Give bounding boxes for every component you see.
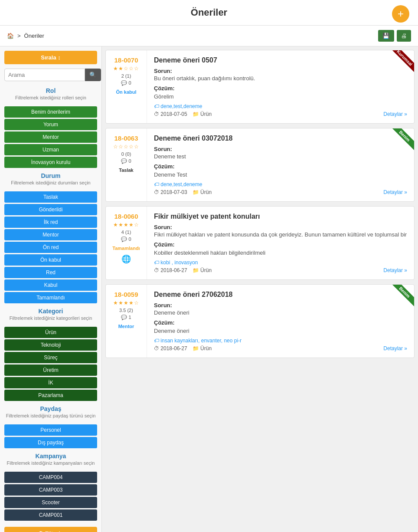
filter-btn-camp001[interactable]: CAMP001 [4,509,97,521]
filter-btn-camp003[interactable]: CAMP003 [4,484,97,496]
status-2: Taslak [119,167,133,173]
filter-btn-uretim[interactable]: Üretim [4,365,97,376]
filter-btn-ilk-red[interactable]: İlk red [4,217,97,228]
filter-btn-mentor-d[interactable]: Mentor [4,229,97,240]
rol-title: Rol [4,87,97,94]
card-title-4: Deneme öneri 27062018 [154,291,407,299]
filter-btn-mentor[interactable]: Mentor [4,131,97,143]
rating-3: 4 (1) [121,230,131,235]
save-icon-button[interactable]: 💾 [378,30,394,42]
paydas-title: Paydaş [4,405,97,412]
card-badge-1: Kurumsal [388,50,414,76]
category-4: 📁 Ürün [193,345,212,351]
filter-btn-ik[interactable]: İK [4,377,97,388]
rating-4: 3.5 (2) [119,308,133,313]
page-title: Öneriler [191,7,227,18]
filter-btn-dis-paydas[interactable]: Dış paydaş [4,437,97,448]
filter-btn-surec[interactable]: Süreç [4,352,97,363]
category-1: 📁 Ürün [193,111,212,117]
card-title-2: Deneme öneri 03072018 [154,135,407,142]
solution-text-1: Görelim [154,93,407,100]
kampanya-title: Kampanya [4,453,97,460]
tags-2: 🏷 dene,test,deneme [154,181,407,187]
solution-text-3: Kobiller desteklenmeli hakları bilgilend… [154,250,407,256]
comments-3: 💬 0 [121,236,131,242]
filter-btn-gonderildi[interactable]: Gönderildi [4,204,97,215]
problem-label-2: Sorun: [154,146,407,152]
rating-2: 0 (0) [121,151,131,157]
page-header: Öneriler + [0,0,418,26]
breadcrumb-separator: > [17,33,21,39]
problem-label-3: Sorun: [154,224,407,230]
home-icon: 🏠 [7,33,14,39]
main-content: Kurumsal 18-0070 ★★☆☆☆ 2 (1) 💬 0 Ön kabu… [102,46,418,532]
filter-btn-urun[interactable]: Ürün [4,327,97,338]
filtre-button[interactable]: ⚙ Filtrele [4,527,97,532]
filter-btn-kabul[interactable]: Kabul [4,279,97,291]
filter-btn-tamamlandi[interactable]: Tamamlandı [4,292,97,303]
filter-btn-personel[interactable]: Personel [4,424,97,436]
rol-subtitle: Filtrelemek istediğiniz rolleri seçin [4,95,97,100]
card-right-2: Deneme öneri 03072018 Sorun: Deneme test… [147,128,414,201]
filter-btn-yorum[interactable]: Yorum [4,119,97,130]
card-left-3: 18-0060 ★★★★☆ 4 (1) 💬 0 Tamamlandı 🌐 [106,207,147,279]
breadcrumb-current: Öneriler [24,33,44,39]
card-badge-2: Benim [388,128,414,154]
filter-btn-red[interactable]: Red [4,267,97,278]
details-link-1[interactable]: Detaylar » [383,111,407,117]
card-right-3: Fikir mülkiyet ve patent konuları Sorun:… [147,207,414,279]
problem-label-1: Sorun: [154,68,407,74]
add-button[interactable]: + [392,5,409,23]
rating-1: 2 (1) [121,73,131,79]
card-title-3: Fikir mülkiyet ve patent konuları [154,213,407,220]
globe-3: 🌐 [121,254,131,264]
stars-2: ☆☆☆☆☆ [113,144,139,150]
breadcrumb-actions: 💾 🖨 [378,30,411,42]
print-icon-button[interactable]: 🖨 [397,30,411,42]
search-button[interactable]: 🔍 [85,69,101,81]
sort-button[interactable]: Sırala ↕ [4,51,97,64]
filter-btn-uzman[interactable]: Uzman [4,144,97,155]
meta-2: ⏱ 2018-07-03 📁 Ürün Detaylar » [154,189,407,195]
card-left-2: 18-0063 ☆☆☆☆☆ 0 (0) 💬 0 Taslak [106,128,147,201]
details-link-2[interactable]: Detaylar » [383,189,407,195]
proposal-card-3: 18-0060 ★★★★☆ 4 (1) 💬 0 Tamamlandı 🌐 Fik… [105,206,415,280]
proposal-card-2: Benim 18-0063 ☆☆☆☆☆ 0 (0) 💬 0 Taslak Den… [105,128,415,202]
filter-btn-on-kabul[interactable]: Ön kabul [4,254,97,266]
category-3: 📁 Ürün [193,267,212,273]
date-4: ⏱ 2018-06-27 [154,345,187,351]
problem-label-4: Sorun: [154,302,407,309]
kategori-subtitle: Filtrelemek istediğiniz kategorileri seç… [4,315,97,321]
filter-btn-inovasyon-kurulu[interactable]: İnovasyon kurulu [4,157,97,168]
filter-btn-on-red[interactable]: Ön red [4,242,97,253]
filter-btn-teknoloji[interactable]: Teknoloji [4,339,97,351]
solution-label-1: Çözüm: [154,85,407,92]
date-3: ⏱ 2018-06-27 [154,267,187,273]
proposal-card-4: Benim 18-0059 ★★★★☆ 3.5 (2) 💬 1 Mentor D… [105,284,415,358]
search-input[interactable] [4,69,85,81]
card-right-1: Deneme öneri 0507 Sorun: Bu öneri ortakl… [147,50,414,123]
meta-3: ⏱ 2018-06-27 📁 Ürün Detaylar » [154,267,407,273]
kategori-title: Kategori [4,308,97,315]
stars-4: ★★★★☆ [113,300,139,306]
kampanya-section: Kampanya Filtrelemek istediğiniz kampany… [4,453,97,466]
filter-btn-taslak[interactable]: Taslak [4,191,97,203]
kampanya-subtitle: Filtrelemek istediğiniz kampanyaları seç… [4,460,97,466]
card-id-3: 18-0060 [114,213,138,220]
date-1: ⏱ 2018-07-05 [154,111,187,117]
card-badge-4: Benim [388,285,414,311]
filter-btn-camp004[interactable]: CAMP004 [4,472,97,483]
solution-label-2: Çözüm: [154,163,407,170]
filter-btn-scooter[interactable]: Scooter [4,497,97,508]
meta-1: ⏱ 2018-07-05 📁 Ürün Detaylar » [154,111,407,117]
durum-title: Durum [4,172,97,179]
status-4: Mentor [118,324,134,329]
problem-text-2: Deneme test [154,153,407,160]
details-link-3[interactable]: Detaylar » [383,267,407,273]
filter-btn-pazarlama[interactable]: Pazarlama [4,390,97,401]
card-id-2: 18-0063 [114,135,138,142]
category-2: 📁 Ürün [193,189,212,195]
details-link-4[interactable]: Detaylar » [383,345,407,351]
filter-btn-benim-onerilerim[interactable]: Benim önerilerim [4,106,97,118]
rol-section: Rol Filtrelemek istediğiniz rolleri seçi… [4,87,97,100]
